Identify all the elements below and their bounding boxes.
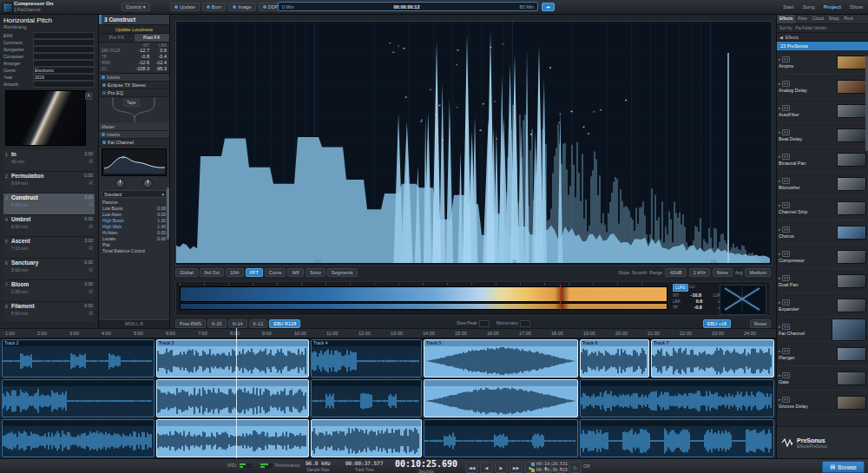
field-input[interactable] xyxy=(33,81,95,88)
audio-clip-track-7[interactable]: Track 7 xyxy=(651,339,774,378)
selected-folder-row[interactable]: 23 PreSonus xyxy=(777,42,868,50)
track-list-item-sanctuary[interactable]: 6Sanctuary5:00 min0.00▤ xyxy=(3,259,95,280)
eq-mode-dropdown[interactable]: Standard ▾ xyxy=(102,190,167,198)
toolbar-button-update[interactable]: Update xyxy=(170,3,200,11)
field-input[interactable]: 2019 xyxy=(33,74,95,81)
lufs-mode-button[interactable]: LUFS xyxy=(673,284,688,292)
fat-channel-param-low-boost[interactable]: Low Boost0.00 xyxy=(99,205,169,211)
control-dropdown[interactable]: Control ▾ xyxy=(122,3,150,11)
fat-channel-insert[interactable]: Fat Channel xyxy=(99,139,169,147)
spectrum-mode-global[interactable]: Global xyxy=(175,268,198,277)
fat-channel-param-tonal-balance-control[interactable]: Tonal Balance Control xyxy=(99,247,169,253)
browser-tab-cloud[interactable]: Cloud xyxy=(810,14,826,23)
track-list-item-permulation[interactable]: 2Permulation9:04 min0.00▤ xyxy=(3,172,95,194)
inserts-section-header[interactable]: Inserts xyxy=(99,74,169,82)
audio-clip[interactable] xyxy=(424,379,578,417)
step-forward-button[interactable]: ▶ xyxy=(495,462,508,473)
ebu-offset-button[interactable]: EBU +18 xyxy=(703,319,731,328)
loudness-option-momentary[interactable]: Momentary xyxy=(496,320,530,327)
effect-item-fat-channel[interactable]: ▸FXFat Channel xyxy=(779,318,866,342)
setting-value-1-khz[interactable]: 1 kHz xyxy=(689,268,710,277)
loudness-mode-post-rms[interactable]: Post-RMS xyxy=(175,319,206,328)
effect-item-gate[interactable]: ▸FXGate xyxy=(779,366,866,391)
toolbar-button-image[interactable]: Image xyxy=(228,3,255,11)
audio-clip[interactable] xyxy=(2,419,155,457)
field-input[interactable] xyxy=(33,32,95,39)
audio-clip[interactable] xyxy=(580,419,774,457)
effect-item-channel-strip[interactable]: ▸FXChannel Strip xyxy=(779,196,866,220)
audio-clip-track-6[interactable]: Track 6 xyxy=(580,339,649,378)
tape-device-chip[interactable]: Tape xyxy=(123,99,140,107)
effect-item-expander[interactable]: ▸FXExpander xyxy=(779,293,866,318)
field-input[interactable] xyxy=(33,60,95,67)
spectrum-display[interactable]: 1001k10k xyxy=(175,21,773,266)
audio-clip-track-4[interactable]: Track 4 xyxy=(311,339,422,378)
effect-item-chorus[interactable]: ▸FXChorus xyxy=(779,220,866,245)
spectrum-mode-fft[interactable]: FFT xyxy=(246,268,263,277)
track-list-item-bloom[interactable]: 7Bloom2:09 min3.00▤ xyxy=(3,280,95,302)
effect-item-flanger[interactable]: ▸FXFlanger xyxy=(779,342,866,366)
fat-channel-param-low-atten[interactable]: Low Atten0.00 xyxy=(99,211,169,217)
field-input[interactable] xyxy=(33,39,95,46)
loop-button[interactable]: ↻ xyxy=(569,462,582,473)
field-input[interactable]: Electronic xyxy=(33,67,95,74)
setting-value-none[interactable]: None xyxy=(713,268,733,277)
insert-slot-pro-eq[interactable]: Pro EQ xyxy=(99,89,169,97)
effect-item-beat-delay[interactable]: ▸FXBeat Delay xyxy=(779,123,866,148)
main-time-display[interactable]: 00:10:25.690 Seconds xyxy=(389,459,464,473)
pre-roll-off-label[interactable]: Off xyxy=(583,463,589,469)
pre-fx-button[interactable]: Pre FX xyxy=(99,34,135,42)
audio-clip[interactable] xyxy=(580,379,774,417)
loudness-mode-n-14[interactable]: N-14 xyxy=(228,319,247,328)
update-loudness-button[interactable]: Update Loudness xyxy=(99,25,169,34)
performance-indicator[interactable]: Performance xyxy=(260,463,300,468)
loudness-mode-k-12[interactable]: K-12 xyxy=(249,319,268,328)
audio-clip-track-2[interactable]: Track 2 xyxy=(2,339,155,378)
browser-tab-effects[interactable]: Effects xyxy=(777,14,795,23)
effect-item-bitcrusher[interactable]: ▸FXBitcrusher xyxy=(779,172,866,196)
effect-item-dual-pan[interactable]: ▸FXDual Pan xyxy=(779,269,866,293)
audio-clip[interactable] xyxy=(424,419,578,457)
effect-item-binaural-pan[interactable]: ▸FXBinaural Pan xyxy=(779,148,866,172)
field-input[interactable] xyxy=(33,46,95,53)
reset-button[interactable]: Reset xyxy=(750,319,771,328)
browser-tab-files[interactable]: Files xyxy=(795,14,810,23)
fat-channel-param-passive[interactable]: Passive xyxy=(99,199,169,205)
browser-tab-shop[interactable]: Shop xyxy=(826,14,842,23)
toolbar-button-burn[interactable]: Burn xyxy=(202,3,227,11)
audio-clip-track-5[interactable]: Track 5 xyxy=(424,339,578,378)
fat-channel-param-hi-atten[interactable]: Hi Atten0.00 xyxy=(99,229,169,235)
step-back-button[interactable]: ◀ xyxy=(480,462,493,473)
eq-knob[interactable] xyxy=(115,179,125,188)
field-input[interactable] xyxy=(33,53,95,60)
album-artwork[interactable]: A xyxy=(5,90,86,146)
spectrum-mode-segments[interactable]: Segments xyxy=(327,268,358,277)
sort-chip-fla[interactable]: Fla xyxy=(796,26,803,30)
setting-value-medium[interactable]: Medium xyxy=(745,268,771,277)
effect-item-compressor[interactable]: ▸FXCompressor xyxy=(779,245,866,269)
track-list-item-filament[interactable]: 8Filament5:00 min0.00▤ xyxy=(3,302,95,324)
eq-knob[interactable] xyxy=(143,179,153,188)
fat-channel-param-high-mids[interactable]: High Mids1.40 xyxy=(99,223,169,229)
page-button-song[interactable]: Song xyxy=(800,3,818,11)
value-box[interactable] xyxy=(520,320,530,327)
timeline-go-button[interactable]: ➔ xyxy=(542,3,555,11)
eq-curve-display[interactable] xyxy=(102,148,167,176)
spectrum-mode-wf[interactable]: WF xyxy=(287,268,304,277)
loop-locators[interactable]: 00:14:24.531 00:14:39.933 xyxy=(531,461,568,473)
timeline-ruler[interactable]: 1:002:003:004:005:006:007:008:009:0010:0… xyxy=(0,328,776,338)
effect-item-autofilter[interactable]: ▸FXAutoFilter xyxy=(779,99,866,123)
fat-channel-param-locate[interactable]: Locate0.00 xyxy=(99,235,169,241)
audio-clip[interactable] xyxy=(311,419,422,457)
artwork-expand-button[interactable]: A xyxy=(85,93,92,100)
browser-tab-pool[interactable]: Pool xyxy=(842,14,856,23)
effect-item-analog-delay[interactable]: ▸FXAnalog Delay xyxy=(779,75,866,99)
track-list-item-umbrel[interactable]: 4Umbrel8:00 min0.00▤ xyxy=(3,215,95,237)
panel-scrollbar[interactable] xyxy=(167,187,169,240)
spectrum-mode-3rd-oct[interactable]: 3rd Oct xyxy=(200,268,224,277)
browse-button[interactable]: ▤ Browse xyxy=(822,461,865,473)
loudness-mode-k-20[interactable]: K-20 xyxy=(207,319,227,328)
sort-chip-folder[interactable]: Folder xyxy=(802,26,814,30)
insert-slot-eclipse-tx-stereo[interactable]: Eclipse TX Stereo xyxy=(99,82,169,89)
post-fx-button[interactable]: Post FX xyxy=(135,34,170,42)
